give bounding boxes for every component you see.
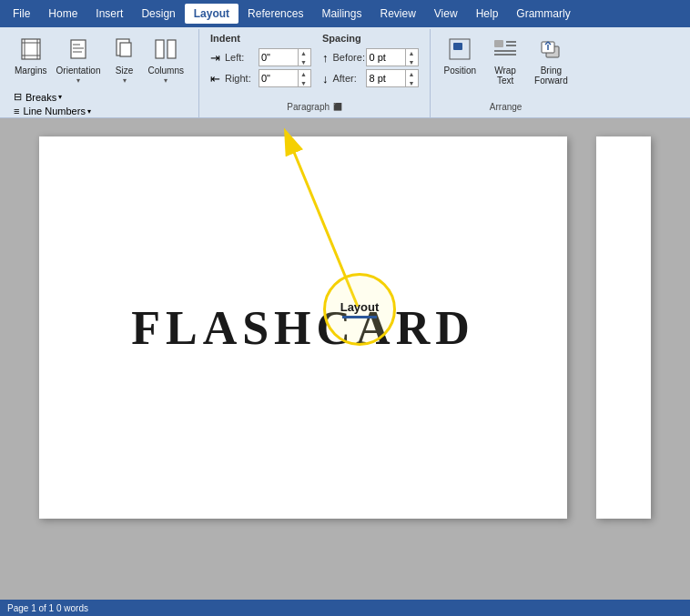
menu-help[interactable]: Help	[467, 4, 508, 24]
arrange-group: Position WrapText	[431, 29, 580, 117]
spacing-before-label: Before:	[332, 52, 363, 63]
ribbon: Margins Orientation ▾	[0, 27, 690, 118]
menu-home[interactable]: Home	[39, 4, 86, 24]
menu-grammarly[interactable]: Grammarly	[507, 4, 579, 24]
menu-file[interactable]: File	[4, 4, 39, 24]
spacing-after-spinners: ▲ ▼	[405, 69, 416, 87]
status-text: Page 1 of 1 0 words	[7, 603, 88, 613]
indent-left-down[interactable]: ▼	[299, 57, 309, 66]
indent-left-up[interactable]: ▲	[299, 48, 309, 57]
spacing-before-up[interactable]: ▲	[406, 48, 416, 57]
size-icon	[110, 35, 139, 64]
indent-right-label: Right:	[225, 73, 256, 84]
menu-references[interactable]: References	[238, 4, 312, 24]
paragraph-expand-icon[interactable]: ⬛	[333, 103, 342, 111]
spacing-before-field[interactable]: ▲ ▼	[366, 48, 419, 66]
columns-label: Columns	[148, 66, 184, 76]
orientation-label: Orientation	[56, 66, 101, 76]
position-icon	[445, 35, 474, 64]
svg-rect-10	[120, 43, 131, 56]
size-arrow: ▾	[123, 76, 127, 85]
columns-icon	[151, 35, 180, 64]
columns-button[interactable]: Columns ▾	[145, 33, 188, 86]
line-numbers-button[interactable]: ≡ Line Numbers ▾	[11, 105, 94, 117]
size-button[interactable]: Size ▾	[107, 33, 143, 86]
svg-rect-6	[73, 44, 80, 45]
document-content: FLASHCARD	[131, 301, 475, 355]
indent-right-row: ⇤ Right: ▲ ▼	[210, 69, 311, 87]
spacing-after-label: After:	[332, 73, 363, 84]
menu-layout[interactable]: Layout	[185, 4, 238, 24]
menu-mailings[interactable]: Mailings	[312, 4, 370, 24]
paragraph-label: Paragraph ⬛	[210, 102, 420, 114]
indent-header: Indent	[210, 33, 311, 44]
margins-button[interactable]: Margins	[11, 33, 51, 78]
layout-annotation-circle: Layout	[323, 273, 396, 346]
spacing-before-icon: ↑	[322, 51, 329, 65]
spacing-after-down[interactable]: ▼	[406, 78, 416, 87]
svg-rect-7	[73, 47, 84, 49]
menu-view[interactable]: View	[425, 4, 467, 24]
spacing-before-spinners: ▲ ▼	[405, 48, 416, 66]
document-page: FLASHCARD	[39, 136, 567, 519]
menu-review[interactable]: Review	[370, 4, 424, 24]
position-button[interactable]: Position	[438, 33, 482, 77]
orientation-icon	[64, 35, 93, 64]
wrap-text-icon	[491, 35, 520, 64]
indent-right-up[interactable]: ▲	[299, 69, 309, 78]
menu-bar: File Home Insert Design Layout Reference…	[0, 0, 690, 27]
indent-right-down[interactable]: ▼	[299, 78, 309, 87]
status-bar: Page 1 of 1 0 words	[0, 600, 690, 616]
size-label: Size	[116, 66, 133, 76]
margins-icon	[16, 35, 46, 64]
svg-rect-14	[453, 43, 462, 50]
wrap-text-label: WrapText	[494, 66, 516, 86]
indent-left-field[interactable]: ▲ ▼	[259, 48, 311, 66]
spacing-before-down[interactable]: ▼	[406, 57, 416, 66]
line-numbers-icon: ≡	[14, 106, 19, 116]
orientation-button[interactable]: Orientation ▾	[53, 33, 105, 86]
svg-rect-12	[167, 40, 176, 58]
menu-design[interactable]: Design	[132, 4, 184, 24]
indent-left-input[interactable]	[259, 49, 298, 66]
orientation-arrow: ▾	[76, 76, 80, 85]
indent-right-input[interactable]	[259, 70, 298, 86]
spacing-header: Spacing	[322, 33, 420, 44]
indent-left-label: Left:	[225, 52, 256, 63]
breaks-icon: ⊟	[14, 91, 22, 103]
svg-rect-15	[494, 40, 503, 47]
menu-insert[interactable]: Insert	[86, 4, 132, 24]
paragraph-group: Indent ⇥ Left: ▲ ▼ ⇤ Right:	[199, 29, 431, 117]
indent-section: Indent ⇥ Left: ▲ ▼ ⇤ Right:	[210, 33, 311, 102]
indent-right-icon: ⇤	[210, 72, 220, 86]
indent-left-icon: ⇥	[210, 51, 220, 65]
spacing-before-input[interactable]	[367, 49, 405, 66]
line-numbers-arrow: ▾	[87, 107, 91, 116]
margins-label: Margins	[15, 66, 47, 76]
indent-left-spinners: ▲ ▼	[298, 48, 309, 66]
document-area: FLASHCARD Layout	[0, 118, 690, 600]
svg-rect-11	[156, 40, 164, 58]
spacing-after-input[interactable]	[367, 70, 405, 86]
document-page-right	[596, 136, 651, 519]
position-label: Position	[443, 66, 476, 76]
indent-right-field[interactable]: ▲ ▼	[259, 69, 311, 87]
spacing-after-up[interactable]: ▲	[406, 69, 416, 78]
annotation-underline	[342, 316, 377, 318]
wrap-text-button[interactable]: WrapText	[485, 33, 525, 87]
spacing-section: Spacing ↑ Before: ▲ ▼ ↓ After:	[322, 33, 420, 102]
spacing-before-row: ↑ Before: ▲ ▼	[322, 48, 420, 66]
spacing-after-icon: ↓	[322, 72, 329, 86]
indent-right-spinners: ▲ ▼	[298, 69, 309, 87]
annotation-label: Layout	[340, 300, 380, 314]
svg-rect-8	[73, 51, 82, 53]
bring-forward-icon	[536, 35, 565, 64]
breaks-button[interactable]: ⊟ Breaks ▾	[11, 90, 65, 104]
arrange-label: Arrange	[438, 102, 573, 114]
breaks-arrow: ▾	[58, 93, 62, 101]
bring-forward-button[interactable]: BringForward	[529, 33, 573, 87]
bring-forward-label: BringForward	[534, 66, 568, 86]
spacing-after-field[interactable]: ▲ ▼	[366, 69, 419, 87]
page-setup-group: Margins Orientation ▾	[4, 29, 199, 117]
columns-arrow: ▾	[164, 76, 167, 85]
